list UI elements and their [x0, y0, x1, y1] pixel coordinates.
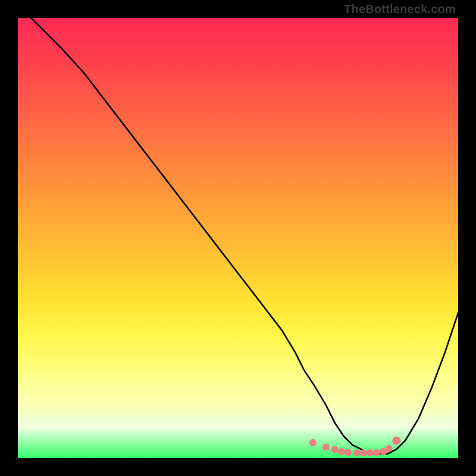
watermark-text: TheBottleneck.com	[344, 2, 456, 16]
chart-frame: TheBottleneck.com	[0, 0, 476, 476]
plot-gradient-background	[18, 18, 458, 458]
